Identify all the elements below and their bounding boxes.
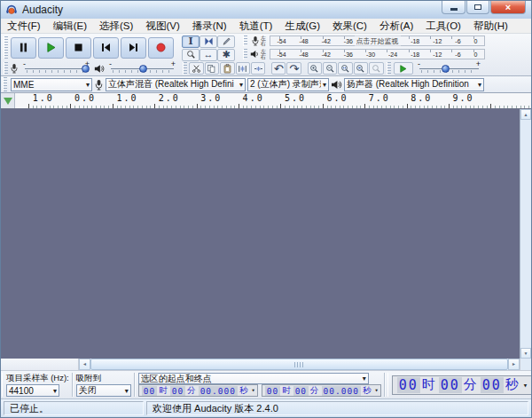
- slider-thumb[interactable]: [139, 65, 147, 73]
- toolbar-grip[interactable]: [243, 35, 247, 46]
- slider-thumb[interactable]: [442, 65, 450, 73]
- status-message: 欢迎使用 Audacity 版本 2.4.0: [146, 401, 528, 415]
- paste-button[interactable]: [220, 62, 234, 75]
- redo-button[interactable]: ↷: [286, 62, 301, 75]
- zoom-toggle-button[interactable]: [369, 62, 383, 75]
- zoom-in-button[interactable]: [308, 62, 322, 75]
- trim-audio-button[interactable]: [236, 62, 250, 75]
- envelope-tool-icon: [204, 36, 214, 46]
- track-area[interactable]: ▲ ▼: [1, 109, 531, 359]
- horizontal-scroll-row: ◄ ►: [1, 359, 531, 370]
- scroll-left-button[interactable]: ◄: [79, 359, 90, 370]
- audio-position-field[interactable]: 00时00分00秒▾: [392, 375, 532, 395]
- meter-channel-labels: 左右: [261, 49, 270, 59]
- toolbar-grip[interactable]: [2, 373, 3, 397]
- fit-project-button[interactable]: [354, 62, 368, 75]
- playback-meter-scale[interactable]: -54-48-42-36-30-24-18-12-60: [270, 49, 485, 59]
- scroll-right-button[interactable]: ►: [508, 359, 520, 370]
- audio-host-select[interactable]: MME ▾: [11, 78, 92, 91]
- playback-volume-slider[interactable]: - +: [107, 62, 177, 75]
- snap-to-select[interactable]: 关闭 ▾: [76, 384, 131, 397]
- draw-tool-button[interactable]: [217, 35, 235, 48]
- toolbar-grip[interactable]: [387, 373, 388, 397]
- stop-button[interactable]: [66, 37, 91, 59]
- meter-scale-label: -48: [300, 51, 309, 59]
- meter-scale-label: -36: [344, 38, 353, 45]
- menu-item[interactable]: 效果(C): [326, 19, 373, 34]
- meter-scale-label: -36: [344, 51, 353, 59]
- selection-end-field[interactable]: 00时00分00.000秒▾: [262, 384, 381, 397]
- close-button[interactable]: ×: [490, 1, 526, 14]
- selection-mode-select[interactable]: 选区的起点和终点 ▾: [138, 373, 369, 384]
- snap-to-value: 关闭: [79, 384, 123, 397]
- zoom-to-selection-button[interactable]: [338, 62, 352, 75]
- zoom-out-button[interactable]: [323, 62, 337, 75]
- record-button[interactable]: [148, 37, 174, 59]
- project-rate-select[interactable]: 44100 ▾: [6, 384, 59, 397]
- toolbar-grip[interactable]: [3, 77, 7, 91]
- scroll-up-button[interactable]: ▲: [520, 109, 531, 120]
- playback-speed-slider[interactable]: - +: [416, 62, 482, 75]
- menu-item[interactable]: 工具(O): [419, 19, 467, 34]
- play-button[interactable]: [38, 37, 64, 59]
- cut-button[interactable]: [189, 62, 203, 75]
- vertical-scrollbar[interactable]: ▲ ▼: [520, 109, 531, 359]
- undo-button[interactable]: ↶: [271, 62, 286, 75]
- menu-item[interactable]: 文件(F): [1, 19, 47, 34]
- toolbar-dock: I ↔ ✱ 左右 -54-48-42-36-30-24-18-12-60 点击开…: [1, 34, 531, 76]
- toolbar-grip[interactable]: [387, 62, 391, 75]
- recording-device-select[interactable]: 立体声混音 (Realtek High Defini ▾: [106, 78, 246, 91]
- recording-channels-select[interactable]: 2 (立体声) 录制声道 ▾: [247, 78, 329, 91]
- timeline-ruler[interactable]: 1.00.01.02.03.04.05.06.07.08.09.0: [1, 93, 531, 109]
- toolbar-grip[interactable]: [4, 62, 8, 75]
- skip-to-start-button[interactable]: [93, 37, 119, 59]
- paste-icon: [223, 64, 232, 74]
- menu-item[interactable]: 帮助(H): [467, 19, 514, 34]
- selection-start-field[interactable]: 00时00分00.000秒▾: [138, 384, 258, 397]
- microphone-icon: [94, 79, 104, 91]
- playback-meter-toolbar[interactable]: 左右 -54-48-42-36-30-24-18-12-60: [242, 48, 485, 60]
- menu-item[interactable]: 编辑(E): [47, 19, 93, 34]
- toolbar-grip[interactable]: [4, 36, 8, 59]
- menu-item[interactable]: 视图(V): [139, 19, 185, 34]
- timeshift-tool-button[interactable]: ↔: [200, 49, 217, 61]
- silence-audio-button[interactable]: [251, 62, 265, 75]
- ruler-time-label: 6.0: [317, 93, 358, 103]
- undo-icon: ↶: [274, 64, 284, 74]
- copy-button[interactable]: [205, 62, 219, 75]
- recording-meter-scale[interactable]: -54-48-42-36-30-24-18-12-60 点击开始监视: [270, 35, 485, 46]
- selection-tool-button[interactable]: I: [182, 35, 200, 48]
- menu-item[interactable]: 生成(G): [278, 19, 326, 34]
- menu-item[interactable]: 分析(A): [373, 19, 419, 34]
- slider-thumb[interactable]: [82, 65, 90, 73]
- ruler-time-label: 2.0: [148, 93, 190, 103]
- pause-button[interactable]: [11, 37, 36, 59]
- play-at-speed-button[interactable]: [394, 62, 413, 75]
- minimize-button[interactable]: [442, 1, 466, 14]
- zoom-tool-button[interactable]: [182, 49, 200, 61]
- audacity-window: Audacity × 文件(F)编辑(E)选择(S)视图(V)播录(N)轨道(T…: [0, 0, 532, 418]
- maximize-button[interactable]: [466, 1, 489, 14]
- multi-tool-button[interactable]: ✱: [217, 49, 235, 61]
- horizontal-scrollbar[interactable]: ◄ ►: [79, 359, 520, 370]
- multi-tool-icon: ✱: [222, 50, 230, 59]
- menu-item[interactable]: 播录(N): [186, 19, 233, 34]
- playback-device-select[interactable]: 扬声器 (Realtek High Definition ▾: [344, 78, 484, 91]
- chevron-down-icon: ▾: [86, 81, 90, 89]
- recording-volume-slider[interactable]: - +: [21, 62, 91, 75]
- menu-item[interactable]: 轨道(T): [233, 19, 279, 34]
- chevron-down-icon: ▾: [239, 81, 243, 89]
- toolbar-grip[interactable]: [243, 49, 247, 59]
- horizontal-scroll-thumb[interactable]: [90, 359, 508, 370]
- play-at-speed-icon: [398, 64, 408, 74]
- monitor-hint[interactable]: 点击开始监视: [355, 36, 401, 46]
- skip-to-end-button[interactable]: [121, 37, 146, 59]
- scroll-down-button[interactable]: ▼: [520, 348, 531, 359]
- envelope-tool-button[interactable]: [200, 35, 217, 48]
- channel-label: 右: [261, 41, 270, 46]
- toolbar-grip[interactable]: [183, 62, 187, 75]
- recording-meter-toolbar[interactable]: 左右 -54-48-42-36-30-24-18-12-60 点击开始监视: [242, 35, 485, 47]
- timeline-options[interactable]: [1, 93, 15, 108]
- title-bar[interactable]: Audacity ×: [1, 1, 531, 19]
- menu-item[interactable]: 选择(S): [93, 19, 139, 34]
